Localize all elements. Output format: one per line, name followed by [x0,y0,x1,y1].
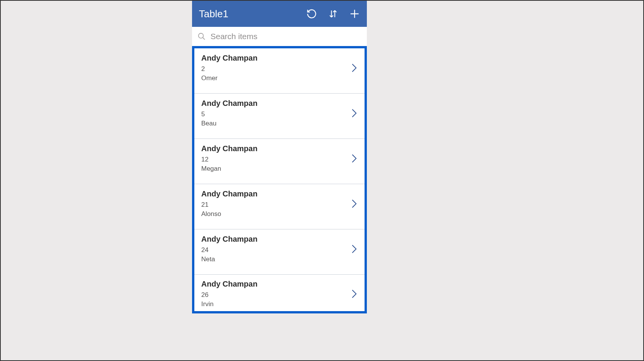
svg-point-0 [199,33,204,38]
item-number: 21 [201,200,346,209]
item-title: Andy Champan [201,279,346,289]
item-title: Andy Champan [201,189,346,199]
chevron-right-icon[interactable] [351,62,358,74]
refresh-icon[interactable] [306,8,317,19]
search-bar [192,27,367,46]
search-input[interactable] [210,32,361,41]
search-icon [197,32,206,41]
app-frame: Table1 [192,1,367,313]
item-content: Andy Champan 12 Megan [201,143,346,173]
item-content: Andy Champan 2 Omer [201,53,346,83]
item-name: Omer [201,74,346,83]
header-bar: Table1 [192,1,367,27]
item-title: Andy Champan [201,53,346,63]
item-name: Irvin [201,300,346,309]
chevron-right-icon[interactable] [351,243,358,255]
item-number: 24 [201,246,346,255]
list-item[interactable]: Andy Champan 26 Irvin [194,275,365,311]
item-name: Alonso [201,209,346,219]
header-title: Table1 [199,8,306,20]
item-number: 12 [201,155,346,164]
item-content: Andy Champan 24 Neta [201,234,346,264]
list-item[interactable]: Andy Champan 21 Alonso [194,184,365,229]
chevron-right-icon[interactable] [351,153,358,164]
item-content: Andy Champan 26 Irvin [201,279,346,309]
item-number: 5 [201,110,346,119]
item-name: Neta [201,255,346,264]
item-content: Andy Champan 21 Alonso [201,189,346,219]
browse-gallery[interactable]: Andy Champan 2 Omer Andy Champan 5 Beau [192,46,367,313]
item-title: Andy Champan [201,98,346,108]
item-title: Andy Champan [201,234,346,244]
list-item[interactable]: Andy Champan 12 Megan [194,139,365,184]
chevron-right-icon[interactable] [351,288,358,300]
header-actions [306,8,360,19]
list-item[interactable]: Andy Champan 24 Neta [194,229,365,275]
item-number: 26 [201,290,346,300]
item-content: Andy Champan 5 Beau [201,98,346,128]
list-item[interactable]: Andy Champan 2 Omer [194,48,365,94]
chevron-right-icon[interactable] [351,198,358,209]
chevron-right-icon[interactable] [351,107,358,119]
item-name: Megan [201,164,346,173]
add-icon[interactable] [349,8,360,19]
list-item[interactable]: Andy Champan 5 Beau [194,94,365,139]
sort-icon[interactable] [328,8,338,19]
item-title: Andy Champan [201,143,346,153]
item-name: Beau [201,119,346,128]
item-number: 2 [201,64,346,74]
